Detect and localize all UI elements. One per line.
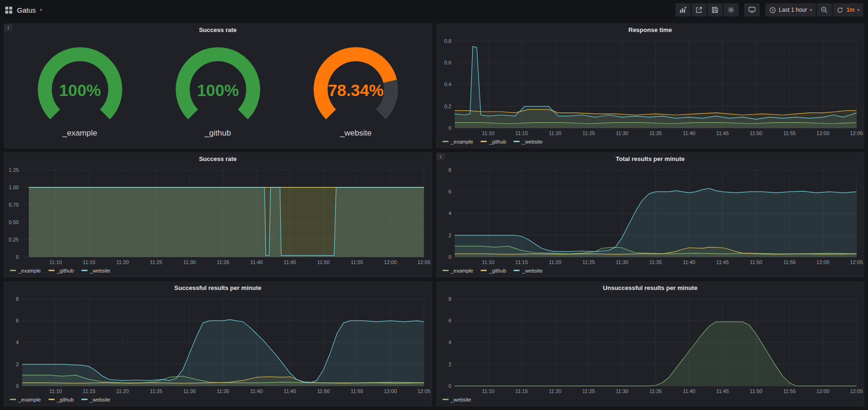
panel-title[interactable]: Unsuccessful results per minute <box>437 282 864 294</box>
panel-title[interactable]: Response time <box>437 24 864 36</box>
panel-title[interactable]: Total results per minute <box>437 153 864 165</box>
response-time-chart[interactable]: 11:1011:1511:2011:2511:3011:3511:4011:45… <box>437 36 864 137</box>
y-axis-tick-label: 1.25 <box>9 167 19 173</box>
add-panel-icon <box>679 6 687 14</box>
panel-successful-results: Successful results per minute 11:1011:15… <box>4 281 432 406</box>
y-axis-tick-label: 0.2 <box>444 104 451 109</box>
legend-swatch <box>442 141 449 142</box>
panel-total-results: Total results per minute 11:1011:1511:20… <box>436 153 865 277</box>
gauge-label: _website <box>340 129 371 138</box>
chart-legend: _example_github_website <box>437 137 864 148</box>
y-axis-tick-label: 1.00 <box>9 185 19 190</box>
x-axis-tick-label: 11:20 <box>116 259 129 265</box>
y-axis-tick-label: 0.6 <box>444 60 451 65</box>
x-axis-tick-label: 11:40 <box>250 259 263 265</box>
successful-results-chart[interactable]: 11:1011:1511:2011:2511:3011:3511:4011:45… <box>4 294 432 395</box>
add-panel-button[interactable] <box>675 3 691 16</box>
legend-swatch <box>514 141 520 142</box>
refresh-icon <box>836 7 844 14</box>
x-axis-tick-label: 11:40 <box>683 130 695 136</box>
x-axis-tick-label: 11:30 <box>183 259 196 265</box>
legend-swatch <box>81 270 88 271</box>
x-axis-tick-label: 11:40 <box>250 388 263 394</box>
legend-swatch <box>81 399 88 400</box>
legend-item-_github[interactable]: _github <box>481 268 506 273</box>
panel-response-time: Response time 11:1011:1511:2011:2511:301… <box>436 24 865 148</box>
x-axis-tick-label: 11:20 <box>549 388 562 394</box>
legend-label: _github <box>57 268 74 273</box>
zoom-out-button[interactable] <box>817 3 832 16</box>
x-axis-tick-label: 11:50 <box>749 259 762 265</box>
y-axis-tick-label: 2 <box>448 362 451 367</box>
save-button[interactable] <box>707 3 723 16</box>
legend-item-_example[interactable]: _example <box>442 139 474 145</box>
legend-item-_github[interactable]: _github <box>48 397 74 402</box>
x-axis-tick-label: 11:45 <box>284 388 297 394</box>
x-axis-tick-label: 11:30 <box>616 259 628 265</box>
x-axis-tick-label: 11:55 <box>783 259 796 265</box>
x-axis-tick-label: 11:35 <box>217 259 229 265</box>
x-axis-tick-label: 12:00 <box>384 259 397 265</box>
settings-button[interactable] <box>723 3 739 16</box>
x-axis-tick-label: 11:10 <box>482 388 494 394</box>
navbar-actions: Last 1 hour 1m <box>675 3 863 16</box>
y-axis-tick-label: 0.4 <box>444 82 451 88</box>
legend-item-_example[interactable]: _example <box>10 397 41 402</box>
panel-title[interactable]: Success rate <box>4 153 432 165</box>
x-axis-tick-label: 11:15 <box>83 259 96 265</box>
legend-item-_example[interactable]: _example <box>442 268 474 273</box>
dashboard-title[interactable]: Gatus <box>17 6 36 14</box>
gauge-label: _example <box>63 129 97 138</box>
x-axis-tick-label: 12:05 <box>418 388 431 394</box>
monitor-icon <box>748 6 756 14</box>
legend-label: _website <box>90 268 110 273</box>
legend-item-_website[interactable]: _website <box>514 139 542 145</box>
x-axis-tick-label: 12:05 <box>850 259 863 265</box>
success-rate-chart[interactable]: 11:1011:1511:2011:2511:3011:3511:4011:45… <box>4 165 432 266</box>
share-button[interactable] <box>691 3 707 16</box>
x-axis-tick-label: 11:25 <box>582 259 595 265</box>
legend-item-_github[interactable]: _github <box>481 139 506 145</box>
refresh-button[interactable]: 1m <box>833 3 863 16</box>
unsuccessful-results-chart[interactable]: 11:1011:1511:2011:2511:3011:3511:4011:45… <box>437 294 864 395</box>
x-axis-tick-label: 12:00 <box>816 259 829 265</box>
navbar: Gatus Last 1 hour 1m <box>0 0 868 20</box>
legend-swatch <box>10 270 16 271</box>
gauge-value: 100% <box>59 81 101 99</box>
x-axis-tick-label: 12:05 <box>850 130 863 136</box>
gauge-row: 100%_example100%_github78.34%_website <box>4 36 432 148</box>
chart-legend: _example_github_website <box>4 266 432 277</box>
y-axis-tick-label: 4 <box>448 211 451 217</box>
x-axis-tick-label: 11:10 <box>49 388 62 394</box>
legend-item-_website[interactable]: _website <box>514 268 542 273</box>
x-axis-tick-label: 11:15 <box>515 130 528 136</box>
zoom-out-icon <box>820 6 828 14</box>
apps-icon[interactable] <box>5 6 13 14</box>
legend-item-_website[interactable]: _website <box>81 268 110 273</box>
legend-item-_github[interactable]: _github <box>48 268 74 273</box>
panel-title[interactable]: Success rate <box>4 24 432 36</box>
x-axis-tick-label: 11:45 <box>716 388 729 394</box>
legend-item-_example[interactable]: _example <box>10 268 41 273</box>
x-axis-tick-label: 12:00 <box>816 130 829 136</box>
legend-label: _website <box>522 139 542 145</box>
x-axis-tick-label: 12:00 <box>816 388 829 394</box>
panel-title[interactable]: Successful results per minute <box>4 282 432 294</box>
time-range-button[interactable]: Last 1 hour <box>765 3 816 16</box>
dashboard-caret-icon[interactable] <box>40 8 42 12</box>
total-results-chart[interactable]: 11:1011:1511:2011:2511:3011:3511:4011:45… <box>437 165 864 266</box>
y-axis-tick-label: 6 <box>448 318 451 323</box>
panel-info-icon[interactable] <box>437 153 445 161</box>
x-axis-tick-label: 11:35 <box>649 130 662 136</box>
time-range-label: Last 1 hour <box>779 7 807 13</box>
chart-legend: _example_github_website <box>437 266 864 277</box>
legend-item-_website[interactable]: _website <box>81 397 110 402</box>
y-axis-tick-label: 8 <box>16 296 19 302</box>
x-axis-tick-label: 11:55 <box>351 388 363 394</box>
refresh-caret-icon <box>857 8 860 12</box>
panel-info-icon[interactable] <box>4 24 12 32</box>
x-axis-tick-label: 11:15 <box>83 388 96 394</box>
tv-mode-button[interactable] <box>744 3 760 16</box>
save-icon <box>711 6 719 14</box>
legend-item-_website[interactable]: _website <box>442 397 471 402</box>
